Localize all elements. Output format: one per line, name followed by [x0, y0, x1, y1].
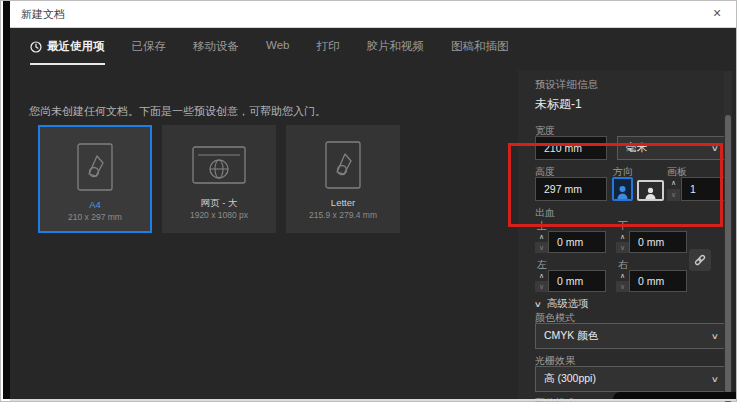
chevron-up-icon[interactable]: ∧: [667, 177, 680, 189]
chevron-down-icon: ∨: [711, 144, 719, 153]
advanced-options-label: 高级选项: [547, 297, 589, 311]
chevron-down-icon[interactable]: ∨: [616, 281, 629, 292]
tab-art-illustration[interactable]: 图稿和插图: [451, 39, 509, 63]
bleed-left-field: ∧ ∨ 0 mm: [535, 270, 606, 292]
preset-details-panel: 预设详细信息 未标题-1 宽度 210 mm 毫米 ∨ 高度 方向 画板 297…: [518, 70, 724, 399]
preset-card-letter[interactable]: Letter 215.9 x 279.4 mm: [286, 125, 400, 233]
raster-effects-value: 高 (300ppi): [544, 372, 596, 386]
bleed-bottom-input[interactable]: 0 mm: [629, 231, 687, 253]
chevron-down-icon[interactable]: ∨: [535, 242, 548, 253]
bleed-top-stepper[interactable]: ∧ ∨: [535, 231, 548, 253]
tab-label: 最近使用项: [47, 39, 105, 54]
document-icon: [40, 141, 150, 193]
chevron-down-icon[interactable]: ∨: [667, 189, 680, 201]
overlapping-popup-corner: [613, 392, 736, 399]
intro-text: 您尚未创建任何文档。下面是一些预设创意，可帮助您入门。: [29, 104, 326, 119]
tab-label: 已保存: [132, 39, 167, 54]
raster-effects-dropdown[interactable]: 高 (300ppi) ∨: [535, 366, 727, 392]
tab-mobile[interactable]: 移动设备: [193, 39, 239, 63]
document-name-field[interactable]: 未标题-1: [535, 96, 582, 113]
preset-card-list: A4 210 x 297 mm 网页 - 大 1920 x 1080 px: [38, 125, 400, 233]
orientation-landscape-button[interactable]: [637, 180, 664, 201]
bleed-top-input[interactable]: 0 mm: [548, 231, 606, 253]
bleed-bottom-stepper[interactable]: ∧ ∨: [616, 231, 629, 253]
window-title: 新建文档: [21, 7, 65, 22]
preset-name: A4: [40, 199, 150, 210]
bleed-label: 出血: [535, 206, 555, 220]
tab-bar: 最近使用项 已保存 移动设备 Web 打印 胶片和视频 图稿和插图: [10, 28, 736, 71]
panel-title: 预设详细信息: [535, 78, 598, 92]
unit-value: 毫米: [626, 141, 647, 155]
unit-dropdown[interactable]: 毫米 ∨: [617, 136, 727, 160]
preset-dims: 210 x 297 mm: [40, 212, 150, 222]
bleed-right-input[interactable]: 0 mm: [629, 270, 687, 292]
chevron-down-icon: ∨: [534, 300, 542, 309]
chevron-down-icon[interactable]: ∨: [616, 242, 629, 253]
advanced-options-toggle[interactable]: ∨ 高级选项: [535, 297, 589, 311]
bleed-right-stepper[interactable]: ∧ ∨: [616, 270, 629, 292]
portrait-person-icon: [617, 185, 628, 199]
bleed-top-field: ∧ ∨ 0 mm: [535, 231, 606, 253]
bleed-bottom-field: ∧ ∨ 0 mm: [616, 231, 687, 253]
tab-label: 打印: [316, 39, 339, 54]
clock-icon: [30, 41, 42, 53]
link-icon: [693, 253, 707, 267]
landscape-person-icon: [645, 187, 656, 199]
chevron-down-icon: ∨: [711, 375, 719, 384]
tab-film-video[interactable]: 胶片和视频: [366, 39, 424, 63]
artboard-stepper[interactable]: ∧ ∨: [667, 177, 680, 201]
height-input[interactable]: 297 mm: [535, 177, 607, 201]
preset-dims: 215.9 x 279.4 mm: [286, 210, 400, 220]
dialog-content: 最近使用项 已保存 移动设备 Web 打印 胶片和视频 图稿和插图 您尚未创建任…: [10, 28, 736, 399]
preset-dims: 1920 x 1080 px: [162, 210, 276, 220]
tab-web[interactable]: Web: [266, 39, 289, 60]
document-icon: [286, 139, 400, 191]
chevron-up-icon[interactable]: ∧: [535, 231, 548, 242]
width-input[interactable]: 210 mm: [535, 136, 607, 160]
new-document-dialog: 新建文档 × 最近使用项 已保存 移动设备 Web 打印 胶片和视频 图稿和插图…: [0, 0, 737, 402]
tab-label: 图稿和插图: [451, 39, 509, 54]
tab-saved[interactable]: 已保存: [132, 39, 167, 63]
chevron-down-icon[interactable]: ∨: [535, 281, 548, 292]
preset-name: 网页 - 大: [162, 197, 276, 210]
tab-label: 移动设备: [193, 39, 239, 54]
chevron-up-icon[interactable]: ∧: [616, 270, 629, 281]
tab-label: Web: [266, 39, 289, 51]
bleed-left-stepper[interactable]: ∧ ∨: [535, 270, 548, 292]
web-globe-icon: [162, 139, 276, 191]
tab-print[interactable]: 打印: [316, 39, 339, 63]
window-left-edge: [3, 1, 10, 399]
scrollbar-thumb[interactable]: [725, 115, 731, 402]
chevron-up-icon[interactable]: ∧: [535, 270, 548, 281]
window-bottom-edge: [10, 399, 736, 401]
tab-recent[interactable]: 最近使用项: [30, 39, 105, 65]
titlebar: 新建文档 ×: [10, 1, 736, 28]
preset-card-web-large[interactable]: 网页 - 大 1920 x 1080 px: [162, 125, 276, 233]
preset-card-a4[interactable]: A4 210 x 297 mm: [38, 125, 152, 233]
color-mode-value: CMYK 颜色: [544, 329, 598, 343]
chevron-up-icon[interactable]: ∧: [616, 231, 629, 242]
bleed-left-input[interactable]: 0 mm: [548, 270, 606, 292]
panel-scrollbar[interactable]: [724, 71, 732, 399]
orientation-buttons: [612, 177, 664, 201]
tab-label: 胶片和视频: [366, 39, 424, 54]
chevron-down-icon: ∨: [711, 332, 719, 341]
color-mode-dropdown[interactable]: CMYK 颜色 ∨: [535, 323, 727, 349]
orientation-portrait-button[interactable]: [612, 177, 633, 201]
preset-name: Letter: [286, 197, 400, 208]
bleed-right-field: ∧ ∨ 0 mm: [616, 270, 687, 292]
bleed-link-button[interactable]: [689, 249, 711, 271]
close-icon[interactable]: ×: [707, 4, 727, 24]
artboard-input[interactable]: 1: [681, 177, 727, 201]
